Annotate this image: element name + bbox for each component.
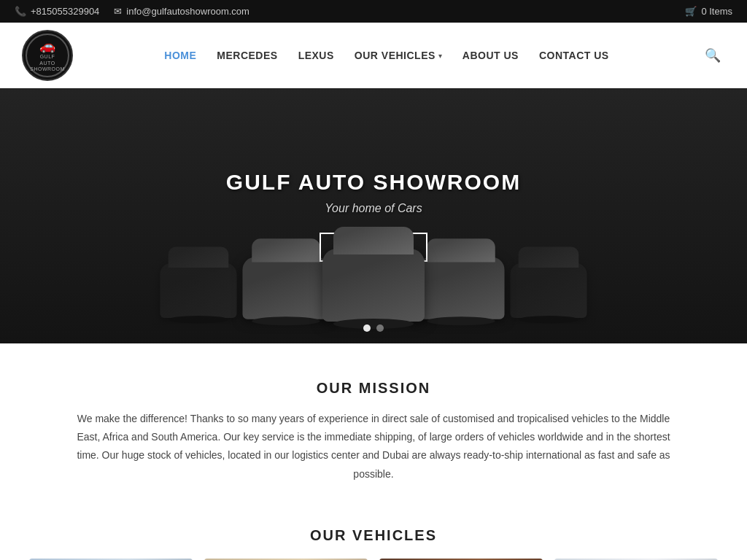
cart-icon: 🛒 <box>685 6 697 17</box>
navbar: 🚗 GULFAUTO SHOWROOM HOME MERCEDES LEXUS … <box>0 23 747 88</box>
nav-item-home[interactable]: HOME <box>164 49 196 62</box>
top-bar: 📞 +815055329904 ✉ info@gulfautoshowroom.… <box>0 0 747 23</box>
nav-link-about-us[interactable]: ABOUT US <box>462 50 519 61</box>
hero-section: GULF AUTO SHOWROOM Your home of Cars Vie… <box>0 88 747 343</box>
hero-title: GULF AUTO SHOWROOM <box>226 170 521 195</box>
hero-dots <box>363 324 384 332</box>
phone-contact: 📞 +815055329904 <box>15 6 99 17</box>
email-address: info@gulfautoshowroom.com <box>126 6 249 17</box>
nav-item-mercedes[interactable]: MERCEDES <box>217 49 277 62</box>
hero-car-3 <box>322 249 425 322</box>
cart-button[interactable]: 🛒 0 Items <box>685 6 732 17</box>
top-bar-left: 📞 +815055329904 ✉ info@gulfautoshowroom.… <box>15 6 249 17</box>
vehicles-section: OUR VEHICLES <box>0 513 747 560</box>
email-icon: ✉ <box>114 6 122 17</box>
hero-dot-1[interactable] <box>363 324 371 332</box>
phone-number: +815055329904 <box>31 6 99 17</box>
nav-link-contact-us[interactable]: CONTACT US <box>539 50 609 61</box>
cart-count: 0 Items <box>701 6 732 17</box>
vehicles-title: OUR VEHICLES <box>29 527 718 544</box>
search-icon: 🔍 <box>705 48 721 63</box>
mission-title: OUR MISSION <box>58 380 689 397</box>
email-contact: ✉ info@gulfautoshowroom.com <box>114 6 249 17</box>
nav-link-mercedes[interactable]: MERCEDES <box>217 50 277 61</box>
nav-item-our-vehicles[interactable]: OUR VEHICLES ▾ <box>355 50 442 61</box>
search-button[interactable]: 🔍 <box>700 43 725 68</box>
logo-inner: 🚗 GULFAUTO SHOWROOM <box>26 34 69 77</box>
hero-car-4 <box>418 257 505 319</box>
nav-item-about-us[interactable]: ABOUT US <box>462 49 519 62</box>
nav-item-contact-us[interactable]: CONTACT US <box>539 49 609 62</box>
mission-section: OUR MISSION We make the difference! Than… <box>0 343 747 513</box>
logo-car-icon: 🚗 <box>39 39 55 55</box>
nav-item-lexus[interactable]: LEXUS <box>298 49 334 62</box>
logo-circle: 🚗 GULFAUTO SHOWROOM <box>22 30 73 81</box>
nav-link-our-vehicles[interactable]: OUR VEHICLES <box>355 50 436 61</box>
logo-text: GULFAUTO SHOWROOM <box>27 54 68 72</box>
mission-body: We make the difference! Thanks to so man… <box>74 410 673 483</box>
hero-dot-2[interactable] <box>376 324 384 332</box>
nav-link-lexus[interactable]: LEXUS <box>298 50 334 61</box>
logo[interactable]: 🚗 GULFAUTO SHOWROOM <box>22 30 73 81</box>
hero-car-2 <box>243 257 330 319</box>
nav-link-home[interactable]: HOME <box>164 50 196 61</box>
hero-subtitle: Your home of Cars <box>226 202 521 215</box>
chevron-down-icon: ▾ <box>438 52 442 60</box>
nav-links: HOME MERCEDES LEXUS OUR VEHICLES ▾ ABOUT… <box>164 49 608 62</box>
phone-icon: 📞 <box>15 6 26 17</box>
